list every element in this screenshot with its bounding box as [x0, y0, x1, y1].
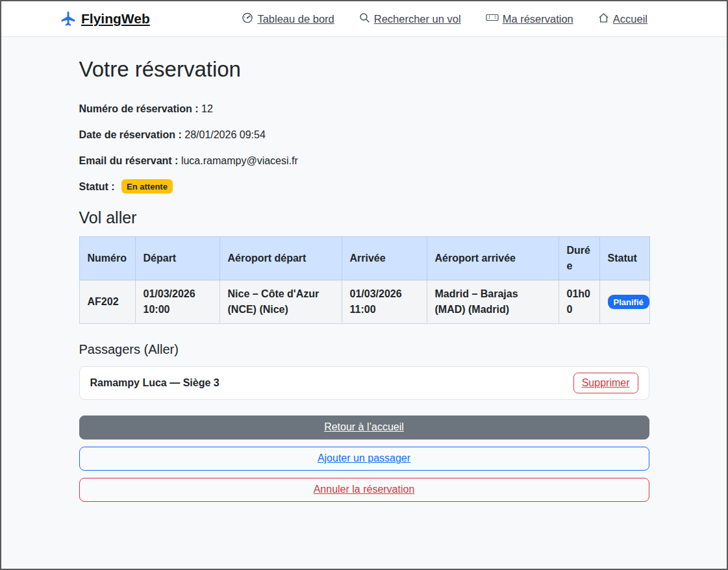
nav-item-tableau-de-bord[interactable]: Tableau de bord	[242, 12, 334, 26]
nav-item-rechercher-un-vol[interactable]: Rechercher un vol	[359, 12, 461, 26]
speedometer-icon	[242, 12, 253, 26]
status-label: Statut :	[79, 181, 115, 192]
nav-item-accueil[interactable]: Accueil	[598, 12, 647, 26]
flight-status-cell: Planifié	[599, 280, 649, 323]
reservation-email-label: Email du réservant :	[79, 155, 179, 166]
col-duree: Durée	[559, 236, 599, 280]
reservation-number-row: Numéro de réservation : 12	[79, 101, 649, 117]
flight-table: Numéro Départ Aéroport départ Arrivée Aé…	[79, 236, 650, 324]
back-to-home-button[interactable]: Retour à l’accueil	[79, 415, 649, 440]
flight-row: AF202 01/03/2026 10:00 Nice – Côte d'Azu…	[79, 280, 649, 323]
nav-links: Tableau de bord Rechercher un vol	[242, 12, 647, 26]
nav-item-ma-reservation[interactable]: Ma réservation	[486, 12, 573, 25]
nav-label: Rechercher un vol	[374, 13, 461, 25]
reservation-email-value: luca.ramampy@viacesi.fr	[181, 155, 298, 166]
flight-status-badge: Planifié	[608, 295, 649, 309]
col-aeroport-arrivee: Aéroport arrivée	[427, 236, 559, 280]
reservation-date-label: Date de réservation :	[79, 129, 182, 140]
passengers-title: Passagers (Aller)	[79, 342, 649, 357]
status-badge: En attente	[121, 179, 173, 193]
arrival-airport-cell: Madrid – Barajas (MAD) (Madrid)	[427, 280, 559, 323]
status-row: Statut : En attente	[79, 179, 649, 195]
reservation-date-row: Date de réservation : 28/01/2026 09:54	[79, 127, 649, 143]
reservation-date-value: 28/01/2026 09:54	[184, 129, 266, 140]
reservation-email-row: Email du réservant : luca.ramampy@viaces…	[79, 153, 649, 169]
delete-passenger-button[interactable]: Supprimer	[573, 373, 638, 393]
page-title: Votre réservation	[79, 58, 649, 82]
departure-time-cell: 01/03/2026 10:00	[135, 280, 220, 323]
plane-icon	[60, 10, 77, 27]
brand-link[interactable]: FlyingWeb	[60, 10, 150, 27]
reservation-number-label: Numéro de réservation :	[79, 103, 199, 114]
search-icon	[359, 12, 370, 26]
nav-label: Ma réservation	[503, 13, 573, 25]
col-depart: Départ	[135, 236, 220, 280]
reservation-number-value: 12	[201, 103, 213, 114]
house-icon	[598, 12, 609, 26]
passenger-name: Ramampy Luca — Siège 3	[90, 377, 220, 389]
arrival-time-cell: 01/03/2026 11:00	[342, 280, 427, 323]
page: FlyingWeb Tableau de bord	[0, 0, 728, 570]
ticket-icon	[486, 12, 499, 25]
flight-table-header: Numéro Départ Aéroport départ Arrivée Aé…	[79, 236, 649, 280]
departure-airport-cell: Nice – Côte d'Azur (NCE) (Nice)	[220, 280, 342, 323]
col-arrivee: Arrivée	[342, 236, 427, 280]
navbar: FlyingWeb Tableau de bord	[1, 1, 727, 37]
col-aeroport-depart: Aéroport départ	[220, 236, 342, 280]
nav-label: Accueil	[613, 13, 647, 25]
actions: Retour à l’accueil Ajouter un passager A…	[79, 415, 649, 502]
flight-number-cell: AF202	[79, 280, 135, 323]
col-numero: Numéro	[79, 236, 135, 280]
add-passenger-button[interactable]: Ajouter un passager	[79, 447, 649, 471]
nav-label: Tableau de bord	[257, 13, 334, 25]
cancel-reservation-button[interactable]: Annuler la réservation	[79, 478, 649, 502]
passenger-list-item: Ramampy Luca — Siège 3 Supprimer	[79, 366, 649, 400]
main-content: Votre réservation Numéro de réservation …	[79, 37, 649, 502]
col-statut: Statut	[599, 236, 649, 280]
outbound-flight-title: Vol aller	[79, 208, 649, 227]
brand-label: FlyingWeb	[81, 11, 150, 27]
duration-cell: 01h00	[559, 280, 599, 323]
